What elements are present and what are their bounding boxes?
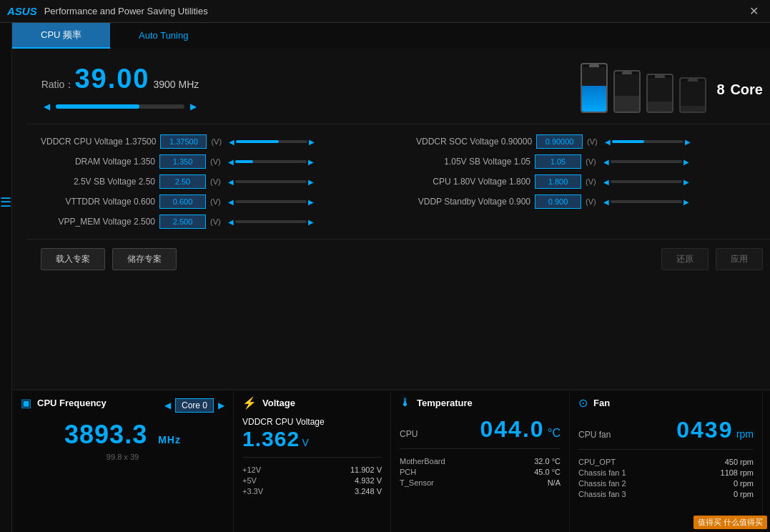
brand-logo: ASUS bbox=[7, 5, 37, 17]
close-button[interactable]: ✕ bbox=[745, 3, 763, 19]
vddcr-soc-slider[interactable]: ◀ ▶ bbox=[605, 138, 691, 146]
voltage-row-vddp: VDDP Standby Voltage 0.900 (V) ◀ ▶ bbox=[416, 192, 763, 212]
fan-main-value: 0439 bbox=[676, 417, 733, 443]
ratio-mhz: 3900 MHz bbox=[153, 79, 199, 90]
battery-3 bbox=[646, 74, 673, 113]
1v05sb-label: 1.05V SB Voltage 1.05 bbox=[416, 157, 530, 167]
voltage-right-col: VDDCR SOC Voltage 0.90000 (V) ◀ ▶ 1.05V … bbox=[416, 132, 763, 232]
temp-title-row: 🌡 Temperature bbox=[400, 396, 561, 409]
temp-main-unit: °C bbox=[548, 427, 561, 439]
fan-panel: ⊙ Fan CPU fan 0439 rpm CPU_OPT 450 rpm C… bbox=[570, 390, 763, 532]
1v05sb-input[interactable] bbox=[535, 154, 581, 169]
voltage-icon: ⚡ bbox=[242, 396, 257, 410]
cpu-1v8-input[interactable] bbox=[535, 174, 581, 189]
volt-main-unit: V bbox=[302, 437, 308, 448]
vddcr-soc-label: VDDCR SOC Voltage 0.90000 bbox=[416, 137, 532, 147]
voltage-row-1v05sb: 1.05V SB Voltage 1.05 (V) ◀ ▶ bbox=[416, 152, 763, 172]
content-area: CPU 频率 Auto Tuning Ratio： 39.00 3900 MHz… bbox=[12, 23, 770, 532]
core-section: 8 Core bbox=[581, 63, 763, 113]
voltage-row-cpu-1v8: CPU 1.80V Voltage 1.800 (V) ◀ ▶ bbox=[416, 172, 763, 192]
voltage-left-col: VDDCR CPU Voltage 1.37500 (V) ◀ ▶ DRAM V… bbox=[41, 132, 388, 232]
core-nav-right[interactable]: ▶ bbox=[218, 400, 224, 410]
fan-row-chassis3: Chassis fan 3 0 rpm bbox=[578, 490, 754, 498]
vddp-label: VDDP Standby Voltage 0.900 bbox=[416, 197, 530, 207]
voltage-row-dram: DRAM Voltage 1.350 (V) ◀ ▶ bbox=[41, 152, 388, 172]
dram-slider[interactable]: ◀ ▶ bbox=[228, 158, 314, 166]
voltage-status-title-row: ⚡ Voltage bbox=[242, 396, 382, 410]
cpu-freq-panel: ▣ CPU Frequency ◀ Core 0 ▶ 3893.3 MHz 99… bbox=[12, 390, 234, 532]
tab-auto-tuning[interactable]: Auto Tuning bbox=[110, 23, 217, 49]
ratio-section: Ratio： 39.00 3900 MHz ◀ ▶ bbox=[41, 64, 199, 113]
2v5sb-label: 2.5V SB Voltage 2.50 bbox=[41, 177, 155, 187]
volt-main-label: VDDCR CPU Voltage 1.362 V bbox=[242, 417, 382, 451]
vttddr-slider[interactable]: ◀ ▶ bbox=[228, 198, 314, 206]
voltage-section: VDDCR CPU Voltage 1.37500 (V) ◀ ▶ DRAM V… bbox=[26, 124, 770, 240]
voltage-row-vttddr: VTTDDR Voltage 0.600 (V) ◀ ▶ bbox=[41, 192, 388, 212]
vttddr-input[interactable] bbox=[159, 194, 206, 209]
cpu-freq-title: CPU Frequency bbox=[37, 398, 107, 408]
voltage-row-vpp-mem: VPP_MEM Voltage 2.500 (V) ◀ ▶ bbox=[41, 212, 388, 232]
volt-row-5v: +5V 4.932 V bbox=[242, 476, 382, 485]
freq-value: 3893.3 MHz bbox=[21, 420, 224, 450]
temp-main-label: CPU bbox=[400, 429, 418, 439]
cpu-1v8-slider[interactable]: ◀ ▶ bbox=[603, 178, 689, 186]
core-nav-left[interactable]: ◀ bbox=[164, 400, 171, 410]
core-nav-label: Core 0 bbox=[175, 398, 214, 413]
dram-label: DRAM Voltage 1.350 bbox=[41, 157, 155, 167]
volt-row-12v: +12V 11.902 V bbox=[242, 466, 382, 474]
voltage-row-2v5sb: 2.5V SB Voltage 2.50 (V) ◀ ▶ bbox=[41, 172, 388, 192]
ratio-slider[interactable]: ◀ ▶ bbox=[41, 100, 199, 113]
tab-cpu-freq[interactable]: CPU 频率 bbox=[12, 23, 110, 49]
fan-row-chassis1: Chassis fan 1 1108 rpm bbox=[578, 468, 754, 477]
status-bar: ▣ CPU Frequency ◀ Core 0 ▶ 3893.3 MHz 99… bbox=[12, 389, 770, 532]
fan-main-unit: rpm bbox=[736, 428, 754, 440]
2v5sb-slider[interactable]: ◀ ▶ bbox=[228, 178, 314, 186]
sidebar: ☰ bbox=[0, 23, 12, 532]
action-right: 还原 应用 bbox=[661, 248, 763, 270]
battery-4 bbox=[679, 77, 706, 113]
temp-row-mb: MotherBoard 32.0 °C bbox=[400, 457, 561, 466]
ratio-slider-left[interactable]: ◀ bbox=[41, 100, 53, 113]
fan-title-row: ⊙ Fan bbox=[578, 396, 754, 410]
cpu-freq-header: ▣ CPU Frequency ◀ Core 0 ▶ bbox=[21, 396, 224, 414]
menu-icon[interactable]: ☰ bbox=[0, 194, 11, 210]
ratio-value: 39.00 bbox=[74, 64, 149, 94]
2v5sb-input[interactable] bbox=[159, 174, 206, 189]
vddp-input[interactable] bbox=[535, 194, 581, 209]
battery-2 bbox=[613, 70, 641, 113]
1v05sb-slider[interactable]: ◀ ▶ bbox=[603, 158, 689, 166]
vddcr-soc-input[interactable] bbox=[536, 134, 583, 149]
vpp-mem-slider[interactable]: ◀ ▶ bbox=[228, 218, 314, 226]
action-left: 载入专案 储存专案 bbox=[41, 248, 177, 270]
fan-icon: ⊙ bbox=[578, 396, 588, 410]
vpp-mem-input[interactable] bbox=[159, 215, 206, 229]
temp-row-tsensor: T_Sensor N/A bbox=[400, 478, 561, 487]
ratio-slider-fill bbox=[56, 104, 139, 109]
vttddr-label: VTTDDR Voltage 0.600 bbox=[41, 197, 155, 207]
tab-bar: CPU 频率 Auto Tuning bbox=[12, 23, 770, 49]
vddp-slider[interactable]: ◀ ▶ bbox=[603, 198, 689, 206]
vpp-mem-label: VPP_MEM Voltage 2.500 bbox=[41, 217, 155, 227]
title-bar: ASUS Performance and Power Saving Utilit… bbox=[0, 0, 770, 23]
cpu-1v8-label: CPU 1.80V Voltage 1.800 bbox=[416, 177, 530, 187]
apply-button[interactable]: 应用 bbox=[716, 248, 763, 270]
dram-input[interactable] bbox=[159, 154, 206, 169]
voltage-status-title: Voltage bbox=[262, 398, 295, 408]
temp-main-value: 044.0 bbox=[480, 416, 545, 442]
cpu-freq-title-row: ▣ CPU Frequency bbox=[21, 396, 107, 410]
ratio-slider-right[interactable]: ▶ bbox=[187, 100, 199, 113]
temp-row-pch: PCH 45.0 °C bbox=[400, 468, 561, 476]
vddcr-cpu-input[interactable] bbox=[160, 134, 207, 149]
back-button[interactable]: 还原 bbox=[661, 248, 709, 270]
temp-title: Temperature bbox=[417, 398, 473, 408]
save-button[interactable]: 储存专案 bbox=[112, 248, 177, 270]
core-nav[interactable]: ◀ Core 0 ▶ bbox=[164, 398, 224, 413]
settings-panel: ⚙ bbox=[763, 390, 770, 532]
volt-main-value: 1.362 bbox=[242, 427, 300, 450]
cpu-icon: ▣ bbox=[21, 396, 31, 410]
fan-row-cpu-opt: CPU_OPT 450 rpm bbox=[578, 458, 754, 466]
load-button[interactable]: 载入专案 bbox=[41, 248, 105, 270]
temp-icon: 🌡 bbox=[400, 396, 411, 409]
top-section: Ratio： 39.00 3900 MHz ◀ ▶ bbox=[26, 56, 770, 124]
vddcr-cpu-slider[interactable]: ◀ ▶ bbox=[229, 138, 315, 146]
